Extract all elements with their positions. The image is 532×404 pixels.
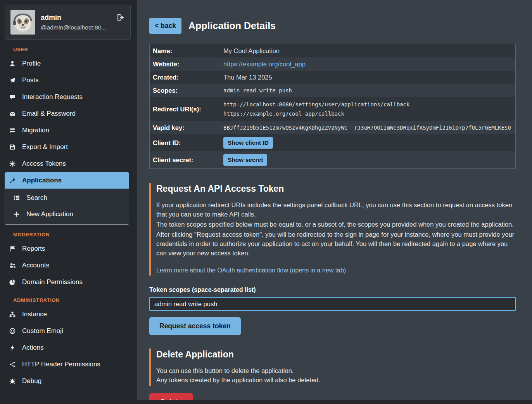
- envelope-icon: [9, 111, 16, 117]
- user-icon: [9, 61, 16, 67]
- detail-value-name: My Cool Application: [223, 46, 515, 56]
- avatar: [10, 10, 35, 35]
- sidebar-item-access-tokens[interactable]: Access Tokens: [5, 156, 129, 172]
- sidebar-item-migration[interactable]: Migration: [5, 122, 129, 139]
- sidebar-item-applications-search[interactable]: Search: [5, 190, 129, 206]
- sidebar-item-http-header-permissions[interactable]: HTTP Header Permissions: [5, 356, 129, 373]
- sidebar-item-label: Reports: [22, 245, 45, 253]
- detail-row-scopes: Scopes: admin read write push: [150, 84, 515, 97]
- sidebar-item-debug[interactable]: Debug: [5, 373, 129, 389]
- request-token-paragraph-3: After clicking "Request access token", y…: [156, 230, 516, 258]
- user-handle: @admin@localhost:80...: [41, 24, 106, 31]
- token-scopes-label: Token scopes (space-separated list): [149, 286, 516, 293]
- detail-row-client-secret: Client secret: Show secret: [150, 151, 515, 168]
- website-link[interactable]: https://example.org/cool_app: [223, 61, 306, 68]
- redirect-uri-1: http://localhost:8080/settings/user/appl…: [223, 100, 512, 109]
- sidebar-item-applications[interactable]: Applications: [5, 172, 129, 189]
- request-access-token-button[interactable]: Request access token: [149, 317, 241, 335]
- detail-label: Redirect URI(s):: [150, 106, 223, 113]
- sidebar-item-interaction-requests[interactable]: Interaction Requests: [5, 89, 129, 105]
- floppy-icon: [9, 144, 16, 150]
- detail-label: Vapid key:: [150, 124, 223, 132]
- back-button[interactable]: < back: [149, 18, 181, 34]
- delete-application-section: Delete Application You can use this butt…: [149, 349, 516, 386]
- sidebar-item-label: Profile: [22, 60, 41, 68]
- request-token-section: Request An API Access Token If your appl…: [149, 183, 516, 276]
- sidebar-item-label: Email & Password: [22, 110, 76, 118]
- sidebar-item-label: Actions: [22, 344, 44, 352]
- sidebar-item-profile[interactable]: Profile: [5, 55, 129, 72]
- sidebar-item-label: Migration: [22, 127, 49, 134]
- app-root: admin @admin@localhost:80... USER Profil…: [0, 0, 532, 404]
- sidebar: admin @admin@localhost:80... USER Profil…: [0, 0, 134, 404]
- list-icon: [13, 195, 21, 201]
- application-details-table: Name: My Cool Application Website: https…: [149, 44, 516, 169]
- sidebar-item-label: Interaction Requests: [22, 93, 83, 101]
- exchange-icon: [9, 127, 16, 134]
- detail-value-created: Thu Mar 13 2025: [223, 73, 515, 82]
- sidebar-item-custom-emoji[interactable]: Custom Emoji: [5, 323, 129, 339]
- detail-value-scopes: admin read write push: [223, 86, 515, 95]
- sidebar-item-label: Accounts: [22, 262, 49, 269]
- request-token-paragraph-1: If your application redirect URIs includ…: [156, 200, 516, 219]
- detail-row-name: Name: My Cool Application: [150, 44, 515, 57]
- sidebar-item-posts[interactable]: Posts: [5, 72, 129, 88]
- detail-label: Website:: [150, 61, 223, 68]
- smiley-icon: [9, 328, 16, 334]
- sidebar-item-label: Access Tokens: [22, 160, 66, 168]
- sidebar-item-email-password[interactable]: Email & Password: [5, 106, 129, 122]
- detail-row-client-id: Client ID: Show client ID: [150, 134, 515, 151]
- detail-label: Client secret:: [150, 156, 223, 164]
- sidebar-nav: USER Profile Posts Interaction Requests: [0, 47, 134, 389]
- redirect-uri-2: https://example.org/cool_app/callback: [223, 109, 512, 118]
- tools-icon: [9, 177, 16, 184]
- sidebar-item-label: Search: [26, 194, 47, 202]
- request-token-paragraph-2: The token scopes specified below must be…: [156, 220, 516, 229]
- delete-button[interactable]: Delete: [149, 393, 193, 400]
- section-label-administration: ADMINISTRATION: [13, 297, 124, 303]
- sidebar-item-label: New Application: [26, 210, 73, 218]
- sidebar-item-new-application[interactable]: New Application: [5, 206, 129, 222]
- application-details-page: < back Application Details Name: My Cool…: [149, 18, 516, 400]
- sidebar-item-accounts[interactable]: Accounts: [5, 257, 129, 274]
- detail-label: Client ID:: [150, 139, 223, 147]
- sidebar-item-label: Domain Permissions: [22, 278, 83, 286]
- sidebar-item-export-import[interactable]: Export & Import: [5, 139, 129, 155]
- detail-row-website: Website: https://example.org/cool_app: [150, 57, 515, 71]
- sidebar-item-label: Custom Emoji: [22, 327, 63, 335]
- bug-icon: [9, 378, 16, 384]
- sidebar-item-instance[interactable]: Instance: [5, 306, 129, 323]
- sidebar-item-label: HTTP Header Permissions: [22, 361, 100, 368]
- applications-submenu: Search New Application: [5, 189, 129, 225]
- user-meta: admin @admin@localhost:80...: [41, 14, 106, 31]
- pie-icon: [9, 279, 16, 285]
- sidebar-item-label: Debug: [22, 377, 41, 385]
- applications-group: Applications Search New Application: [5, 172, 129, 225]
- main-panel: < back Application Details Name: My Cool…: [137, 0, 532, 400]
- request-token-heading: Request An API Access Token: [156, 184, 516, 194]
- flag-icon: [9, 246, 16, 252]
- sidebar-item-domain-permissions[interactable]: Domain Permissions: [5, 274, 129, 290]
- show-client-id-button[interactable]: Show client ID: [223, 137, 273, 149]
- detail-label: Scopes:: [150, 87, 223, 94]
- user-card[interactable]: admin @admin@localhost:80...: [5, 5, 131, 40]
- delete-application-heading: Delete Application: [156, 349, 516, 360]
- token-scopes-input[interactable]: [149, 297, 516, 311]
- comment-icon: [9, 94, 16, 100]
- oauth-docs-link[interactable]: Learn more about the OAuth authenticatio…: [156, 267, 346, 274]
- page-title: Application Details: [188, 20, 276, 31]
- sidebar-item-label: Instance: [22, 310, 47, 318]
- sidebar-item-actions[interactable]: Actions: [5, 340, 129, 356]
- sidebar-item-label: Export & Import: [22, 143, 68, 151]
- sign-out-icon[interactable]: [116, 14, 125, 21]
- user-name: admin: [41, 14, 106, 22]
- sidebar-item-label: Applications: [22, 177, 62, 184]
- detail-row-vapid-key: Vapid key: BBJffJ219b5iE512m7wQSzv4KgKDh…: [150, 121, 515, 134]
- show-secret-button[interactable]: Show secret: [223, 154, 267, 166]
- sitemap-icon: [9, 311, 16, 317]
- detail-row-created: Created: Thu Mar 13 2025: [150, 71, 515, 84]
- plus-icon: [13, 211, 21, 217]
- sidebar-item-reports[interactable]: Reports: [5, 241, 129, 257]
- page-header: < back Application Details: [149, 18, 516, 34]
- detail-value-vapid: BBJffJ219b5iE512m7wQSzv4KgKDhgZZVzNyWC_ …: [223, 123, 515, 132]
